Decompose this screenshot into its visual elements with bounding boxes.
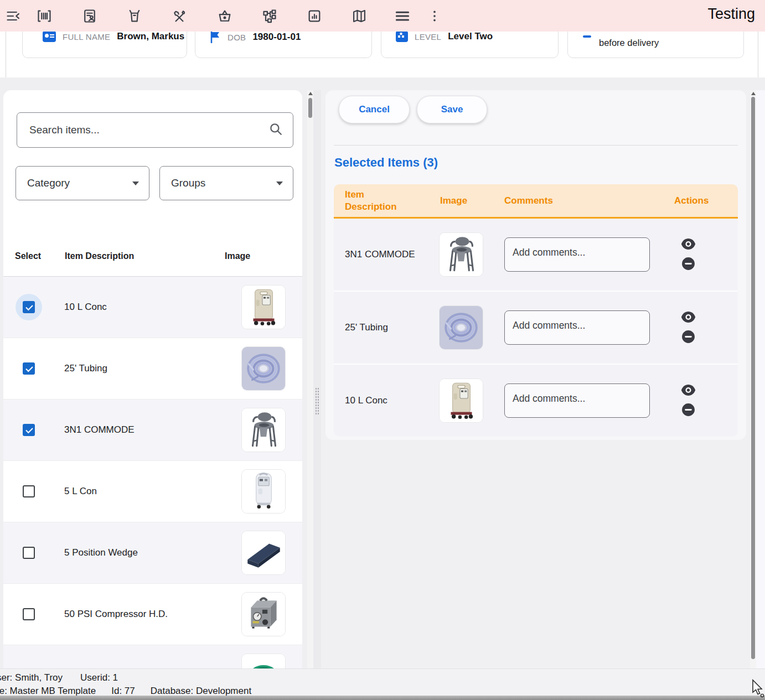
catalog-row: [3, 645, 302, 668]
left-scrollbar[interactable]: [307, 90, 313, 668]
barcode-icon[interactable]: [35, 7, 53, 25]
patient-summary-band: FULL NAME Brown, Markus DOB 1980-01-01 L…: [0, 32, 765, 78]
item-checkbox[interactable]: [23, 608, 35, 620]
bottom-strip: [0, 696, 765, 700]
selected-item-description: 25' Tubing: [334, 322, 428, 333]
section-divider: [334, 145, 738, 146]
item-checkbox[interactable]: [23, 301, 35, 313]
level-value: Level Two: [448, 32, 493, 42]
selected-row: 25' Tubing: [334, 291, 738, 364]
search-box[interactable]: [17, 112, 293, 148]
selected-items-card: Cancel Save Selected Items (3) Item Desc…: [325, 90, 746, 440]
remove-icon[interactable]: [681, 403, 695, 417]
menu-icon[interactable]: [394, 7, 411, 25]
badge-icon: [43, 32, 56, 42]
patient-card-level: LEVEL Level Two: [381, 32, 559, 58]
scroll-up-arrow-icon[interactable]: [751, 92, 756, 95]
search-input[interactable]: [28, 123, 268, 137]
category-select[interactable]: Category: [15, 166, 149, 200]
selected-item-description: 3N1 COMMODE: [334, 249, 428, 260]
item-image: [241, 346, 286, 391]
header-item-description: Item Description: [54, 251, 225, 261]
patient-card-dob: DOB 1980-01-01: [195, 32, 372, 58]
catalog-table-header: Select Item Description Image: [3, 238, 302, 274]
item-description: 10 L Conc: [54, 302, 241, 313]
status-template: te: Master MB Template: [0, 686, 96, 696]
item-checkbox[interactable]: [23, 485, 35, 497]
item-checkbox[interactable]: [23, 362, 35, 375]
comment-input[interactable]: [504, 310, 650, 345]
remove-icon[interactable]: [681, 330, 695, 344]
eye-icon[interactable]: [681, 238, 696, 250]
status-database: Database: Development: [151, 686, 251, 696]
flag-icon: [210, 32, 221, 43]
dash-icon: [583, 35, 591, 38]
item-image: [241, 469, 286, 514]
header-image: Image: [428, 195, 494, 206]
selected-item-image: [439, 232, 483, 277]
sidebar-toggle-icon[interactable]: [4, 7, 22, 25]
selected-table-header: Item Description Image Comments Actions: [334, 184, 738, 219]
right-scrollbar[interactable]: [750, 90, 756, 668]
header-select: Select: [3, 251, 54, 261]
status-user: ser: Smith, Troy: [0, 672, 63, 683]
item-image: [241, 531, 286, 575]
selected-item-image: [439, 378, 483, 423]
right-gutter: [756, 90, 765, 668]
save-button[interactable]: Save: [417, 96, 487, 123]
cancel-button[interactable]: Cancel: [339, 96, 410, 123]
catalog-row: 25' Tubing: [3, 338, 302, 400]
panel-splitter[interactable]: [313, 90, 321, 668]
chevron-down-icon: [276, 182, 283, 185]
item-image: [241, 408, 286, 452]
basket-icon[interactable]: [216, 7, 234, 25]
selected-items-panel: Cancel Save Selected Items (3) Item Desc…: [321, 90, 750, 668]
eye-icon[interactable]: [681, 385, 696, 396]
top-app-bar: Testing: [0, 0, 765, 32]
dob-value: 1980-01-01: [252, 32, 301, 43]
level-label: LEVEL: [415, 32, 441, 42]
comment-input[interactable]: [504, 237, 650, 272]
splitter-grip-icon[interactable]: [315, 387, 319, 415]
item-image: [241, 592, 286, 636]
chevron-down-icon: [132, 182, 139, 185]
scroll-up-arrow-icon[interactable]: [308, 92, 313, 95]
fullname-label: FULL NAME: [63, 32, 110, 42]
selected-row: 3N1 COMMODE: [334, 219, 738, 291]
groups-select-label: Groups: [171, 177, 205, 189]
comment-input[interactable]: [504, 383, 650, 418]
report-icon[interactable]: [306, 7, 323, 25]
dob-label: DOB: [228, 33, 246, 42]
item-image: [241, 654, 286, 668]
kebab-icon[interactable]: [426, 7, 443, 25]
right-scrollbar-thumb[interactable]: [751, 97, 755, 659]
catalog-row: 3N1 COMMODE: [3, 400, 302, 461]
container-icon[interactable]: [126, 7, 143, 25]
selected-row: 10 L Conc: [334, 364, 738, 437]
item-checkbox[interactable]: [23, 424, 35, 436]
item-description: 5 L Con: [54, 486, 241, 497]
catalog-row: 50 PSI Compressor H.D.: [3, 584, 302, 645]
eye-icon[interactable]: [681, 312, 696, 323]
item-list: 10 L Conc 25' Tubing 3N1 COMMO: [3, 277, 302, 668]
search-icon[interactable]: [268, 122, 283, 138]
note-value: before delivery: [599, 38, 659, 48]
item-checkbox[interactable]: [23, 547, 35, 559]
left-scrollbar-thumb[interactable]: [308, 98, 312, 118]
selected-item-description: 10 L Conc: [334, 395, 428, 406]
workflow-icon[interactable]: [261, 7, 278, 25]
remove-icon[interactable]: [681, 257, 695, 271]
selected-items-table: Item Description Image Comments Actions …: [334, 184, 738, 437]
patient-card-note: before delivery: [567, 32, 744, 58]
status-bar: ser: Smith, Troy Userid: 1 te: Master MB…: [0, 668, 765, 696]
header-comments: Comments: [494, 195, 663, 206]
tools-icon[interactable]: [170, 7, 188, 25]
item-description: 50 PSI Compressor H.D.: [54, 609, 241, 620]
groups-select[interactable]: Groups: [159, 166, 293, 200]
item-catalog-panel: Category Groups Select Item Description …: [3, 90, 302, 668]
fullname-value: Brown, Markus: [117, 32, 184, 42]
map-icon[interactable]: [350, 7, 368, 25]
patient-form-icon[interactable]: [81, 7, 99, 25]
header-actions: Actions: [663, 195, 738, 206]
status-userid: Userid: 1: [80, 672, 118, 683]
